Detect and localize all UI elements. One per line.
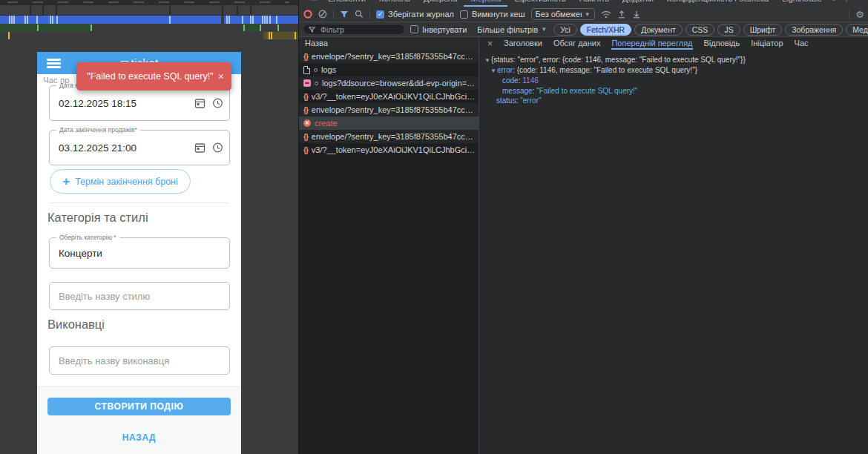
filter-chip-документ[interactable]: Документ xyxy=(634,24,683,36)
filter-input[interactable] xyxy=(319,24,399,35)
document-request-icon xyxy=(303,66,310,74)
record-icon[interactable] xyxy=(303,10,312,19)
filter-icon[interactable] xyxy=(340,10,349,19)
detail-tab-час[interactable]: Час xyxy=(795,37,809,50)
devtools-tab-пам'ять[interactable]: Пам'ять xyxy=(573,0,616,7)
blue-activity-tick xyxy=(228,16,230,24)
request-name: envelope/?sentry_key=3185f875355b47cc829… xyxy=(312,132,476,141)
filter-chip-медіа[interactable]: Медіа xyxy=(846,24,868,36)
more-filters-button[interactable]: Більше фільтрів ▼ xyxy=(477,25,547,34)
expand-arrow-icon[interactable]: ▼ xyxy=(484,56,491,65)
end-date-field: Дата закінчення продажів* xyxy=(49,130,230,165)
blue-activity-bar xyxy=(224,16,298,24)
create-event-button[interactable]: СТВОРИТИ ПОДІЮ xyxy=(47,398,231,415)
search-icon[interactable] xyxy=(355,10,364,19)
more-filters-label: Більше фільтрів xyxy=(477,25,538,34)
devtools-tab-консоль[interactable]: Консоль xyxy=(372,0,417,7)
name-column-header[interactable]: Назва xyxy=(299,37,479,50)
failed-request-icon: ✕ xyxy=(303,119,311,127)
devtools-tab-елементи[interactable]: Елементи xyxy=(321,0,372,7)
detail-tab-ініціатор[interactable]: Ініціатор xyxy=(751,37,783,50)
inspect-and-device-icons[interactable]: ⌖▭ xyxy=(302,0,322,3)
devtools-tab-джерела[interactable]: Джерела xyxy=(417,0,464,7)
json-token-key: code xyxy=(502,76,519,85)
back-link[interactable]: НАЗАД xyxy=(37,432,241,443)
json-request-icon: {} xyxy=(303,106,308,114)
chevron-down-icon: ▼ xyxy=(541,26,547,33)
devtools-tab-ефективність[interactable]: Ефективність xyxy=(507,0,572,7)
style-name-input[interactable] xyxy=(49,282,230,310)
devtools-tab-додатки[interactable]: Додатки xyxy=(616,0,660,7)
tabbar-right-icons[interactable]: ⚙⋮× xyxy=(830,0,866,3)
detail-tab-відповідь[interactable]: Відповідь xyxy=(704,37,740,50)
json-token-key: error xyxy=(497,66,513,74)
request-name: logs xyxy=(321,65,336,74)
request-row[interactable]: {}v3/?__token=eyJ0eXAiOiJKV1QiLCJhbGciOi… xyxy=(299,90,479,103)
preview-json-line: ▼error: {code: 1146, message: "Failed to… xyxy=(480,65,868,76)
error-toast: "Failed to execute SQL query!" × xyxy=(76,62,231,91)
throttling-select[interactable]: Без обмеження пропу ▼ xyxy=(531,8,595,20)
request-row[interactable]: {}envelope/?sentry_key=3185f875355b47cc8… xyxy=(299,130,479,143)
detail-tab-заголовки[interactable]: Заголовки xyxy=(504,37,542,50)
filter-chip-усі[interactable]: Усі xyxy=(553,24,577,36)
disable-cache-checkbox[interactable]: Вимкнути кеш xyxy=(460,10,525,19)
blue-activity-tick xyxy=(9,16,10,24)
blue-activity-tick xyxy=(252,16,254,24)
performers-section-heading: Виконавці xyxy=(47,318,105,332)
expand-arrow-icon[interactable]: ▼ xyxy=(490,66,497,76)
category-select[interactable] xyxy=(50,238,229,268)
request-row[interactable]: logs?ddsource=browser&dd-evp-origin=brow… xyxy=(299,76,479,90)
filter-chip-fetch/xhr[interactable]: Fetch/XHR xyxy=(580,24,631,36)
checkbox-checked-icon: ✓ xyxy=(376,10,384,19)
yellow-activity-tick xyxy=(269,32,270,39)
calendar-icon[interactable] xyxy=(194,142,206,154)
calendar-icon[interactable] xyxy=(194,98,206,109)
request-list: {}envelope/?sentry_key=3185f875355b47cc8… xyxy=(299,50,479,454)
filter-chip-js[interactable]: JS xyxy=(717,24,740,36)
form-footer: СТВОРИТИ ПОДІЮ НАЗАД xyxy=(37,386,241,454)
devtools-tab-конфіденційність і безпека[interactable]: Конфіденційність і безпека xyxy=(660,0,775,7)
yellow-activity-tick xyxy=(271,32,272,39)
detail-tab-попередній-перегляд[interactable]: Попередній перегляд xyxy=(611,37,692,50)
export-har-icon[interactable] xyxy=(632,10,641,19)
blue-activity-tick xyxy=(36,16,38,24)
invert-checkbox[interactable]: Інвертувати xyxy=(410,25,467,34)
detail-tab-обсяг-даних[interactable]: Обсяг даних xyxy=(553,37,601,50)
clear-icon[interactable] xyxy=(318,10,327,19)
clock-icon[interactable] xyxy=(212,98,223,109)
clock-icon[interactable] xyxy=(212,142,223,154)
blue-activity-tick xyxy=(50,16,51,24)
devtools-tab-lighthouse[interactable]: Lighthouse xyxy=(775,0,829,7)
settings-gear-icon[interactable]: ⚙ xyxy=(855,9,864,20)
request-name: v3/?__token=eyJ0eXAiOiJKV1QiLCJhbGciOiJI… xyxy=(312,145,476,154)
blue-activity-tick xyxy=(52,16,53,24)
import-har-icon[interactable] xyxy=(617,10,626,19)
green-activity-bar xyxy=(243,24,260,31)
filter-chip-зображення[interactable]: Зображення xyxy=(785,24,843,36)
preserve-log-checkbox[interactable]: ✓ Зберігати журнал xyxy=(376,10,454,19)
request-row[interactable]: {}envelope/?sentry_key=3185f875355b47cc8… xyxy=(299,50,479,63)
request-row[interactable]: ✕create xyxy=(299,116,479,130)
clipped-toolbar-text xyxy=(7,1,289,3)
request-row[interactable]: {}envelope/?sentry_key=3185f875355b47cc8… xyxy=(299,103,479,116)
request-name: envelope/?sentry_key=3185f875355b47cc829… xyxy=(312,52,476,61)
error-toast-message: "Failed to execute SQL query!" xyxy=(87,71,214,82)
devtools-tab-мережа[interactable]: Мережа xyxy=(464,0,507,7)
green-activity-bar xyxy=(0,24,91,31)
json-token-str: "error" xyxy=(520,96,541,105)
filter-chip-css[interactable]: CSS xyxy=(685,24,715,36)
filter-chip-шрифт[interactable]: Шрифт xyxy=(743,24,783,36)
create-event-form: ticket Час пр "Failed to execute SQL que… xyxy=(37,52,241,454)
network-conditions-icon[interactable] xyxy=(601,10,611,19)
close-icon[interactable]: × xyxy=(487,39,493,49)
toast-close-icon[interactable]: × xyxy=(218,70,224,82)
filmstrip-separator xyxy=(42,5,44,15)
blue-activity-tick xyxy=(13,16,15,24)
request-row[interactable]: logs xyxy=(299,63,479,76)
performer-name-input[interactable] xyxy=(49,346,230,375)
filmstrip-separator xyxy=(222,5,223,15)
disable-cache-label: Вимкнути кеш xyxy=(472,10,525,19)
request-row[interactable]: {}v3/?__token=eyJ0eXAiOiJKV1QiLCJhbGciOi… xyxy=(299,143,479,157)
add-reserve-deadline-button[interactable]: + Термін закінчення броні xyxy=(50,169,191,194)
green-activity-tick xyxy=(91,24,92,31)
